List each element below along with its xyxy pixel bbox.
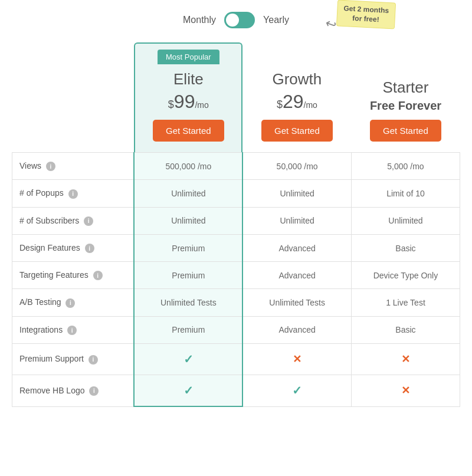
starter-feature-value: Basic — [351, 234, 460, 261]
starter-plan-name: Starter — [356, 78, 455, 97]
starter-feature-value: Device Type Only — [351, 262, 460, 289]
growth-feature-value: Advanced — [242, 262, 351, 289]
starter-header-cell: Starter Free Forever Get Started — [351, 73, 460, 152]
cross-icon: ✕ — [401, 385, 410, 396]
info-icon[interactable]: i — [84, 216, 93, 226]
growth-header-cell: Growth $29/mo Get Started — [242, 64, 351, 152]
plans-header-row: Most Popular Elite $99/mo Get Started Gr… — [12, 42, 460, 153]
header-empty — [12, 42, 135, 153]
growth-plan-name: Growth — [247, 70, 346, 88]
elite-plan-name: Elite — [140, 70, 237, 88]
feature-name: Integrations i — [12, 316, 135, 343]
feature-row: Targeting Features iPremiumAdvancedDevic… — [12, 262, 460, 289]
cross-icon: ✕ — [293, 353, 301, 365]
starter-feature-value: ✕ — [351, 375, 460, 407]
feature-row: Integrations iPremiumAdvancedBasic — [12, 316, 460, 343]
starter-feature-value: 1 Live Test — [351, 289, 460, 316]
starter-cta-button[interactable]: Get Started — [370, 120, 441, 142]
starter-feature-value: Unlimited — [351, 207, 460, 234]
toggle-thumb — [226, 14, 239, 27]
elite-feature-value: Premium — [134, 316, 242, 343]
starter-feature-value: ✕ — [351, 344, 460, 375]
info-icon[interactable]: i — [88, 355, 98, 365]
growth-feature-value: Advanced — [242, 234, 351, 261]
elite-feature-value: Unlimited Tests — [134, 289, 242, 316]
feature-name: Remove HB Logo i — [12, 375, 135, 407]
check-icon: ✓ — [183, 384, 194, 397]
feature-row: # of Popups iUnlimitedUnlimitedLimit of … — [12, 180, 460, 207]
growth-period: /mo — [304, 100, 317, 110]
starter-feature-value: 5,000 /mo — [351, 153, 460, 180]
info-icon[interactable]: i — [93, 271, 103, 280]
toggle-track[interactable] — [224, 12, 255, 28]
most-popular-badge: Most Popular — [140, 50, 237, 70]
feature-name: Views i — [12, 153, 135, 180]
elite-feature-value: Premium — [134, 234, 242, 261]
growth-plan-header: Growth $29/mo Get Started — [242, 42, 351, 153]
elite-amount: 99 — [174, 91, 195, 112]
growth-feature-value: Advanced — [242, 316, 351, 343]
check-icon: ✓ — [183, 353, 194, 366]
starter-plan-header: Starter Free Forever Get Started — [351, 42, 460, 153]
starter-feature-value: Basic — [351, 316, 460, 343]
pricing-table: Most Popular Elite $99/mo Get Started Gr… — [12, 42, 460, 407]
elite-cta-button[interactable]: Get Started — [153, 120, 224, 142]
starter-free-label: Free Forever — [356, 99, 455, 113]
growth-plan-price: $29/mo — [247, 91, 346, 113]
feature-row: Remove HB Logo i✓✓✕ — [12, 375, 460, 407]
growth-feature-value: Unlimited — [242, 207, 351, 234]
elite-feature-value: Premium — [134, 262, 242, 289]
feature-name: A/B Testing i — [12, 289, 135, 316]
growth-amount: 29 — [283, 91, 304, 112]
feature-row: A/B Testing iUnlimited TestsUnlimited Te… — [12, 289, 460, 316]
info-icon[interactable]: i — [65, 298, 75, 308]
growth-cta-button[interactable]: Get Started — [261, 120, 333, 142]
check-icon: ✓ — [292, 384, 302, 397]
feature-name: Premium Support i — [12, 344, 135, 375]
starter-feature-value: Limit of 10 — [351, 180, 460, 207]
features-tbody: Views i500,000 /mo50,000 /mo5,000 /mo# o… — [12, 153, 460, 407]
most-popular-text: Most Popular — [158, 50, 219, 64]
feature-name: Design Features i — [12, 234, 135, 261]
cross-icon: ✕ — [401, 353, 410, 365]
elite-feature-value: Unlimited — [134, 180, 242, 207]
growth-dollar: $ — [277, 99, 283, 110]
feature-row: Premium Support i✓✕✕ — [12, 344, 460, 375]
feature-row: Views i500,000 /mo50,000 /mo5,000 /mo — [12, 153, 460, 180]
monthly-label: Monthly — [183, 15, 216, 25]
feature-name: # of Popups i — [12, 180, 135, 207]
elite-feature-value: Unlimited — [134, 207, 242, 234]
elite-dollar: $ — [168, 99, 174, 110]
yearly-label: Yearly — [263, 15, 289, 25]
billing-toggle-switch[interactable] — [224, 12, 255, 28]
feature-row: # of Subscribers iUnlimitedUnlimitedUnli… — [12, 207, 460, 234]
elite-plan-price: $99/mo — [140, 91, 237, 113]
info-icon[interactable]: i — [46, 162, 55, 171]
feature-name: # of Subscribers i — [12, 207, 135, 234]
info-icon[interactable]: i — [85, 244, 94, 253]
elite-header-cell: Most Popular Elite $99/mo Get Started — [134, 42, 242, 152]
growth-feature-value: Unlimited — [242, 180, 351, 207]
growth-feature-value: ✓ — [242, 375, 351, 407]
feature-row: Design Features iPremiumAdvancedBasic — [12, 234, 460, 261]
info-icon[interactable]: i — [89, 386, 99, 396]
info-icon[interactable]: i — [67, 326, 77, 335]
info-icon[interactable]: i — [68, 189, 78, 199]
elite-feature-value: 500,000 /mo — [134, 153, 242, 180]
feature-name: Targeting Features i — [12, 262, 135, 289]
growth-feature-value: 50,000 /mo — [242, 153, 351, 180]
billing-toggle: Monthly Yearly ↪ Get 2 months for free! — [12, 12, 460, 28]
promo-note: Get 2 months for free! — [336, 0, 396, 29]
elite-period: /mo — [195, 100, 208, 110]
elite-feature-value: ✓ — [134, 344, 242, 375]
elite-plan-header: Most Popular Elite $99/mo Get Started — [134, 42, 242, 153]
growth-feature-value: Unlimited Tests — [242, 289, 351, 316]
elite-feature-value: ✓ — [134, 375, 242, 407]
growth-feature-value: ✕ — [242, 344, 351, 375]
